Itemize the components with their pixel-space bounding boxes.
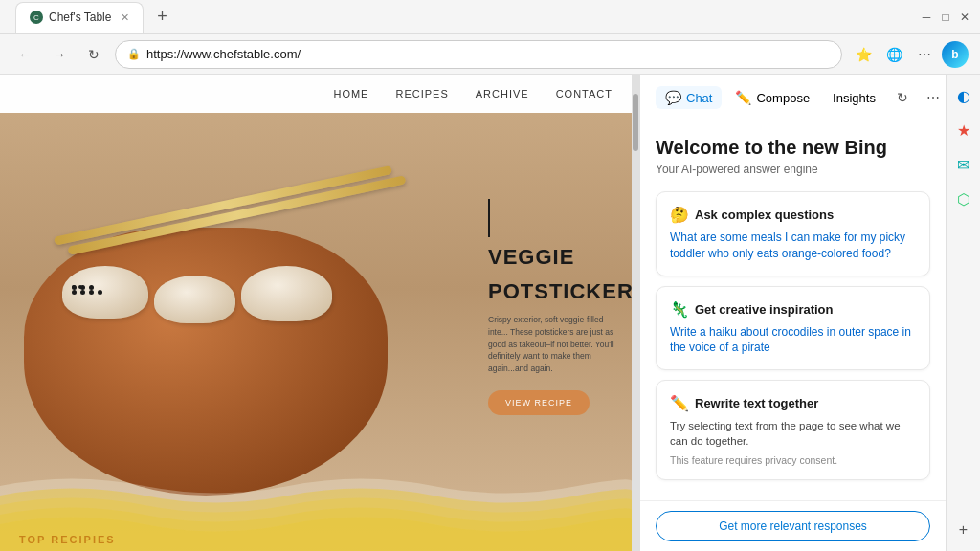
hero-background: VEGGIE POTSTICKERS Crispy exterior, soft…: [0, 113, 632, 551]
nav-actions: ⭐ 🌐 ⋯ b: [850, 41, 969, 68]
content-area: CHEF'S TABLE ⊸⊸⊸ COOKING HOME RECIPES AR…: [0, 75, 980, 551]
hero-section: VEGGIE POTSTICKERS Crispy exterior, soft…: [0, 113, 632, 551]
rewrite-body-text: Try selecting text from the page to see …: [670, 418, 916, 449]
scrollbar-thumb[interactable]: [633, 94, 638, 151]
url-text: https://www.chefstable.com/: [146, 47, 830, 61]
sidebar-tab-bar: 💬 Chat ✏️ Compose Insights ↻ ⋯ ✕: [640, 75, 946, 121]
security-lock-icon: 🔒: [127, 48, 141, 60]
close-button[interactable]: ✕: [957, 10, 972, 25]
sidebar-refresh-button[interactable]: ↻: [889, 84, 916, 111]
rewrite-emoji: ✏️: [670, 394, 689, 412]
nav-home[interactable]: HOME: [333, 88, 368, 99]
collections-icon[interactable]: ★: [950, 117, 977, 143]
nav-recipes[interactable]: RECIPES: [395, 88, 448, 99]
questions-emoji: 🤔: [670, 206, 689, 224]
forward-button[interactable]: →: [46, 41, 73, 68]
feature-card-creative: 🦎 Get creative inspiration Write a haiku…: [656, 286, 930, 371]
msn-icon[interactable]: ⬡: [950, 186, 977, 212]
hero-description: Crispy exterior, soft veggie-filled inte…: [488, 314, 622, 375]
tab-favicon: C: [30, 11, 43, 24]
active-tab[interactable]: C Chef's Table ✕: [15, 2, 144, 33]
window-controls: ─ □ ✕: [919, 10, 972, 25]
dumplings: [62, 266, 349, 323]
top-recipes-label: TOP RECIPIES: [19, 534, 116, 545]
website-content: CHEF'S TABLE ⊸⊸⊸ COOKING HOME RECIPES AR…: [0, 75, 632, 551]
creative-link[interactable]: Write a haiku about crocodiles in outer …: [670, 324, 916, 357]
tab-title: Chef's Table: [49, 11, 111, 24]
feature-card-rewrite: ✏️ Rewrite text together Try selecting t…: [656, 380, 930, 480]
compose-tab-label: Compose: [756, 91, 810, 105]
chat-tab-label: Chat: [686, 91, 712, 105]
welcome-title: Welcome to the new Bing: [656, 137, 930, 159]
bowl-illustration: [14, 151, 416, 515]
back-button[interactable]: ←: [11, 41, 38, 68]
nav-contact[interactable]: CONTACT: [556, 88, 612, 99]
favorites-icon[interactable]: ⭐: [850, 41, 877, 68]
bing-button[interactable]: b: [942, 41, 969, 68]
view-recipe-button[interactable]: VIEW RECIPE: [488, 390, 590, 415]
feature-card-questions: 🤔 Ask complex questions What are some me…: [656, 191, 930, 276]
welcome-subtitle: Your AI-powered answer engine: [656, 163, 930, 176]
wooden-bowl: [24, 228, 388, 496]
hero-title-line2: POTSTICKERS: [488, 279, 622, 304]
hero-text-content: VEGGIE POTSTICKERS Crispy exterior, soft…: [479, 189, 632, 425]
rewrite-title-text: Rewrite text together: [695, 396, 818, 410]
chat-tab-icon: 💬: [665, 90, 681, 105]
address-bar[interactable]: 🔒 https://www.chefstable.com/: [115, 40, 842, 69]
tab-compose[interactable]: ✏️ Compose: [725, 86, 819, 109]
more-responses-button[interactable]: Get more relevant responses: [656, 511, 930, 541]
add-extension-button[interactable]: +: [950, 517, 977, 543]
sidebar-more-button[interactable]: ⋯: [920, 84, 947, 111]
questions-title-text: Ask complex questions: [695, 208, 834, 222]
tab-bar: C Chef's Table ✕ +: [8, 0, 911, 34]
feature-title-questions: 🤔 Ask complex questions: [670, 206, 916, 224]
insights-tab-label: Insights: [833, 91, 876, 105]
refresh-button[interactable]: ↻: [80, 41, 107, 68]
sidebar-footer: Get more relevant responses: [640, 500, 946, 551]
globe-icon[interactable]: 🌐: [880, 41, 907, 68]
minimize-button[interactable]: ─: [919, 10, 934, 25]
maximize-button[interactable]: □: [938, 10, 953, 25]
sidebar-content: Welcome to the new Bing Your AI-powered …: [640, 121, 946, 500]
tab-insights[interactable]: Insights: [823, 87, 885, 109]
website-nav: HOME RECIPES ARCHIVE CONTACT: [0, 75, 632, 113]
more-button[interactable]: ⋯: [911, 41, 938, 68]
questions-link[interactable]: What are some meals I can make for my pi…: [670, 230, 916, 262]
rewrite-note-text: This feature requires privacy consent.: [670, 454, 916, 466]
nav-bar: ← → ↻ 🔒 https://www.chefstable.com/ ⭐ 🌐 …: [0, 34, 980, 75]
hero-title-line1: VEGGIE: [488, 245, 622, 270]
compose-tab-icon: ✏️: [735, 90, 751, 105]
creative-title-text: Get creative inspiration: [695, 302, 834, 317]
creative-emoji: 🦎: [670, 300, 689, 319]
tab-close-button[interactable]: ✕: [121, 11, 129, 24]
bing-sidebar-icon[interactable]: ◐: [950, 82, 977, 109]
bing-sidebar: 💬 Chat ✏️ Compose Insights ↻ ⋯ ✕ Wel: [639, 75, 946, 551]
right-sidebar: ◐ ★ ✉ ⬡ +: [946, 75, 980, 551]
outlook-icon[interactable]: ✉: [950, 151, 977, 178]
new-tab-button[interactable]: +: [149, 5, 174, 30]
feature-title-creative: 🦎 Get creative inspiration: [670, 300, 916, 319]
feature-title-rewrite: ✏️ Rewrite text together: [670, 394, 916, 412]
nav-archive[interactable]: ARCHIVE: [476, 88, 529, 99]
title-bar: C Chef's Table ✕ + ─ □ ✕: [0, 0, 980, 34]
hero-divider: [488, 199, 490, 237]
tab-chat[interactable]: 💬 Chat: [656, 86, 722, 109]
page-scrollbar[interactable]: [632, 75, 639, 551]
